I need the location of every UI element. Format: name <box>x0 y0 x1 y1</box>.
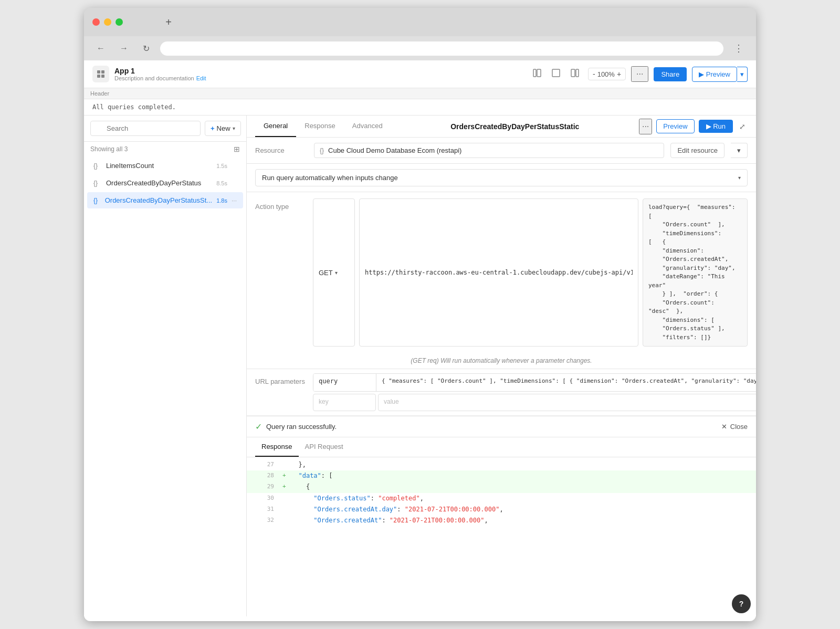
filter-icon[interactable]: ⊞ <box>234 145 240 153</box>
share-button[interactable]: Share <box>654 67 687 81</box>
query-more-options-button[interactable]: ··· <box>639 119 652 134</box>
action-content: GET ▾ load?query={ "measures": [ "Orders… <box>313 198 748 347</box>
query-tabs-bar: General Response Advanced OrdersCreatedB… <box>247 116 756 138</box>
line-number: 28 <box>255 471 274 480</box>
minimize-window-button[interactable] <box>104 18 111 26</box>
search-input[interactable] <box>90 121 201 136</box>
query-time: 1.5s <box>216 163 227 169</box>
edit-resource-dropdown-button[interactable]: ▾ <box>731 143 748 158</box>
app-header-right: - 100% + ··· Share ▶ Preview ▾ <box>529 66 748 82</box>
svg-rect-4 <box>533 69 536 77</box>
tab-response[interactable]: Response <box>296 116 344 137</box>
query-icon: {} <box>93 197 101 204</box>
expand-icon[interactable]: ⤢ <box>737 120 748 133</box>
line-number: 30 <box>255 494 274 503</box>
method-select[interactable]: GET ▾ <box>313 198 355 347</box>
app-more-options-button[interactable]: ··· <box>631 66 648 82</box>
param-value-placeholder[interactable]: value <box>378 394 756 411</box>
query-json-box: load?query={ "measures": [ "Orders.count… <box>643 198 748 347</box>
param-key: query <box>313 374 376 391</box>
success-icon: ✓ <box>255 422 262 432</box>
new-button-label: New <box>217 124 230 132</box>
app-header: App 1 Description and documentation Edit <box>84 60 756 88</box>
code-line: 29 + { <box>247 481 756 492</box>
param-value: { "measures": [ "Orders.count" ], "timeD… <box>376 374 756 391</box>
header-label: Header <box>84 88 756 99</box>
close-label: Close <box>730 423 748 431</box>
app-edit-link[interactable]: Edit <box>196 75 206 81</box>
queries-completed-message: All queries completed. <box>84 99 756 116</box>
layout-icons <box>529 66 583 82</box>
svg-rect-5 <box>537 69 541 77</box>
auto-run-select[interactable]: Run query automatically when inputs chan… <box>255 169 748 186</box>
svg-rect-0 <box>97 70 100 74</box>
forward-button[interactable]: → <box>116 41 132 55</box>
line-marker <box>282 460 291 469</box>
sidebar-toolbar: 🔍 + New ▾ <box>84 116 246 142</box>
line-content: { <box>291 482 310 492</box>
query-name: OrdersCreatedByDayPerStatus <box>106 179 212 187</box>
preview-button[interactable]: ▶ Preview <box>692 67 737 82</box>
tab-api-request[interactable]: API Request <box>299 437 350 457</box>
query-name: LineItemsCount <box>106 162 212 170</box>
query-tabs: General Response Advanced <box>255 116 391 137</box>
close-success-button[interactable]: ✕ Close <box>721 423 748 431</box>
query-more-icon[interactable]: ··· <box>232 197 237 204</box>
new-query-button[interactable]: + New ▾ <box>205 121 241 136</box>
new-tab-button[interactable]: + <box>161 14 176 30</box>
query-list: {} LineItemsCount 1.5s ··· {} OrdersCrea… <box>84 156 246 616</box>
layout-left-icon[interactable] <box>529 66 545 82</box>
line-number: 29 <box>255 482 274 491</box>
resource-label: Resource <box>255 146 308 154</box>
query-tab-actions: ··· Preview ▶ Run ⤢ <box>639 119 748 134</box>
new-dropdown-icon: ▾ <box>233 125 235 131</box>
query-preview-button[interactable]: Preview <box>656 119 694 133</box>
close-window-button[interactable] <box>92 18 100 26</box>
param-key-placeholder[interactable]: key <box>313 394 376 411</box>
svg-rect-8 <box>576 69 579 77</box>
layout-center-icon[interactable] <box>548 66 564 82</box>
zoom-in-button[interactable]: + <box>617 70 621 78</box>
app-icon <box>92 66 109 82</box>
line-marker: + <box>282 482 291 491</box>
preview-dropdown-button[interactable]: ▾ <box>737 67 748 82</box>
browser-nav: ← → ↻ ⋮ <box>84 36 756 60</box>
list-item[interactable]: {} OrdersCreatedByDayPerStatus 8.5s ··· <box>87 175 243 191</box>
main-layout: 🔍 + New ▾ Showing all 3 ⊞ {} <box>84 116 756 616</box>
sidebar: 🔍 + New ▾ Showing all 3 ⊞ {} <box>84 116 247 616</box>
action-row: Action type GET ▾ load?query={ "measures… <box>247 192 756 353</box>
success-bar: ✓ Query ran successfully. ✕ Close <box>247 416 756 437</box>
param-row: query { "measures": [ "Orders.count" ], … <box>313 373 756 392</box>
list-item[interactable]: {} OrdersCreatedByDayPerStatusSt... 1.8s… <box>87 192 243 208</box>
help-button[interactable]: ? <box>732 594 751 613</box>
run-query-button[interactable]: ▶ Run <box>699 120 733 133</box>
code-line: 31 "Orders.createdAt.day": "2021-07-21T0… <box>247 504 756 515</box>
url-params-section: URL parameters query { "measures": [ "Or… <box>247 369 756 416</box>
layout-right-icon[interactable] <box>567 66 583 82</box>
back-button[interactable]: ← <box>92 41 109 55</box>
svg-rect-2 <box>97 75 100 78</box>
code-line: 27 }, <box>247 459 756 470</box>
tab-advanced[interactable]: Advanced <box>344 116 391 137</box>
reload-button[interactable]: ↻ <box>139 41 154 56</box>
tab-bar: + <box>140 14 748 30</box>
zoom-out-button[interactable]: - <box>593 70 595 78</box>
traffic-lights <box>92 18 123 26</box>
browser-tab[interactable] <box>140 19 156 25</box>
response-content: 27 }, 28 + "data": [ 29 + <box>247 457 756 616</box>
svg-rect-1 <box>101 70 104 74</box>
app-title-area: App 1 Description and documentation Edit <box>92 66 206 82</box>
list-item[interactable]: {} LineItemsCount 1.5s ··· <box>87 158 243 174</box>
browser-more-button[interactable]: ⋮ <box>730 40 748 56</box>
tab-general[interactable]: General <box>255 116 296 137</box>
line-marker: + <box>282 471 291 480</box>
address-bar[interactable] <box>160 41 723 56</box>
success-text: Query ran successfully. <box>266 423 337 431</box>
edit-resource-button[interactable]: Edit resource <box>670 143 724 158</box>
url-input[interactable] <box>359 198 638 347</box>
action-type-label: Action type <box>255 198 308 347</box>
line-content: "Orders.status": "completed", <box>291 494 424 504</box>
tab-response-view[interactable]: Response <box>255 437 299 457</box>
app-name: App 1 <box>114 67 206 75</box>
maximize-window-button[interactable] <box>116 18 123 26</box>
